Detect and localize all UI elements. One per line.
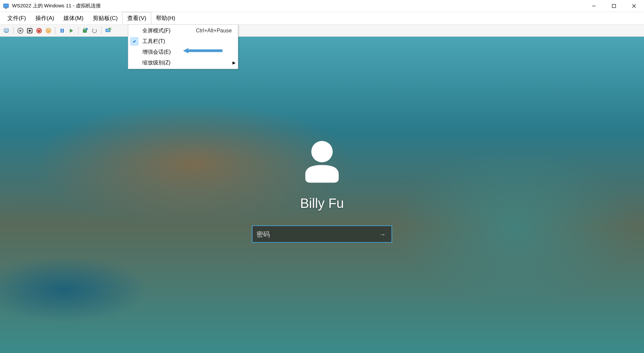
toolbar — [0, 25, 644, 37]
ctrl-alt-del-button[interactable] — [3, 27, 11, 35]
menubar: 文件(F) 操作(A) 媒体(M) 剪贴板(C) 查看(V) 帮助(H) — [0, 12, 644, 25]
password-field-container: → — [252, 226, 392, 243]
menu-view[interactable]: 查看(V) — [122, 12, 151, 24]
menu-item-zoom[interactable]: 缩放级别(Z) ▶ — [129, 57, 237, 68]
toolbar-separator — [55, 27, 55, 34]
window-title: WS2022 上的 Windows 11 - 虚拟机连接 — [12, 3, 584, 9]
close-button[interactable] — [624, 0, 644, 12]
checkmark-icon — [130, 37, 138, 45]
maximize-button[interactable] — [604, 0, 624, 12]
svg-rect-9 — [5, 32, 8, 33]
shutdown-button[interactable] — [35, 27, 43, 35]
svg-point-24 — [86, 28, 88, 30]
menu-file[interactable]: 文件(F) — [3, 12, 31, 24]
svg-rect-21 — [62, 29, 64, 33]
svg-rect-20 — [60, 29, 62, 33]
svg-rect-8 — [4, 29, 9, 32]
turnoff-button[interactable] — [26, 27, 34, 35]
menu-item-fullscreen[interactable]: 全屏模式(F) Ctrl+Alt+Pause — [129, 25, 237, 36]
vm-display[interactable]: Billy Fu → — [0, 37, 644, 353]
menu-help[interactable]: 帮助(H) — [151, 12, 180, 24]
annotation-arrow — [183, 47, 223, 55]
checkpoint-button[interactable] — [81, 27, 89, 35]
password-input[interactable] — [257, 230, 377, 238]
pause-button[interactable] — [58, 27, 66, 35]
svg-rect-5 — [612, 4, 616, 8]
window-controls — [584, 0, 644, 12]
menu-action[interactable]: 操作(A) — [31, 12, 59, 24]
revert-button[interactable] — [91, 27, 99, 35]
titlebar: WS2022 上的 Windows 11 - 虚拟机连接 — [0, 0, 644, 12]
minimize-button[interactable] — [584, 0, 604, 12]
submenu-arrow-icon: ▶ — [230, 60, 237, 65]
menu-item-label: 缩放级别(Z) — [140, 59, 230, 66]
enhanced-session-button[interactable] — [104, 27, 112, 35]
toolbar-separator — [13, 27, 14, 34]
submit-button[interactable]: → — [377, 229, 387, 239]
user-avatar-icon — [295, 134, 349, 188]
svg-rect-23 — [83, 29, 87, 33]
svg-marker-29 — [183, 48, 222, 53]
view-dropdown: 全屏模式(F) Ctrl+Alt+Pause 工具栏(T) 增强会话(E) 缩放… — [128, 24, 238, 69]
toolbar-separator — [78, 27, 78, 34]
reset-button[interactable] — [67, 27, 75, 35]
menu-media[interactable]: 媒体(M) — [59, 12, 88, 24]
svg-point-11 — [19, 30, 21, 32]
lockscreen: Billy Fu → — [252, 134, 392, 243]
save-button[interactable] — [44, 27, 52, 35]
menu-item-label: 工具栏(T) — [140, 38, 237, 45]
svg-rect-3 — [5, 8, 7, 9]
svg-point-30 — [311, 141, 333, 162]
menu-item-toolbar[interactable]: 工具栏(T) — [129, 36, 237, 47]
menu-clipboard[interactable]: 剪贴板(C) — [88, 12, 123, 24]
username-label: Billy Fu — [300, 196, 344, 211]
start-button[interactable] — [16, 27, 24, 35]
menu-item-label: 全屏模式(F) — [140, 27, 196, 34]
svg-marker-22 — [70, 29, 73, 33]
svg-rect-2 — [5, 8, 7, 8]
toolbar-separator — [101, 27, 102, 34]
svg-rect-1 — [4, 4, 8, 7]
app-icon — [3, 3, 9, 9]
svg-rect-13 — [29, 30, 31, 32]
menu-item-accelerator: Ctrl+Alt+Pause — [196, 28, 237, 34]
